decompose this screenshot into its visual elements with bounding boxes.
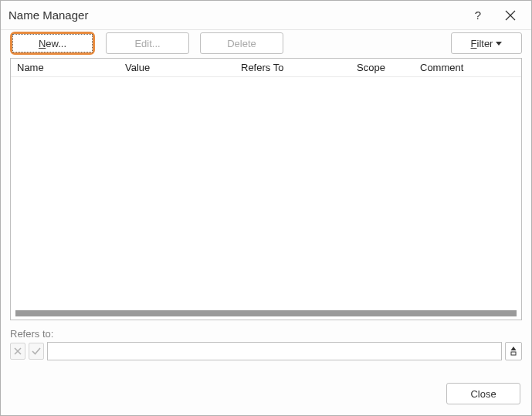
refers-to-row: [10, 342, 522, 360]
close-button-label: Close: [470, 388, 496, 400]
edit-button-label: Edit...: [134, 38, 160, 49]
grid-body[interactable]: [11, 77, 521, 309]
dialog-title: Name Manager: [8, 8, 462, 22]
column-header-scope[interactable]: Scope: [351, 62, 414, 73]
svg-rect-4: [511, 352, 516, 355]
toolbar: New... Edit... Delete Filter: [1, 30, 531, 55]
edit-button: Edit...: [106, 32, 189, 54]
names-grid: Name Value Refers To Scope Comment: [10, 58, 522, 320]
range-picker-button[interactable]: [505, 342, 522, 360]
new-button-highlight: New...: [10, 32, 95, 55]
delete-button-label: Delete: [227, 38, 256, 49]
close-button[interactable]: Close: [446, 383, 520, 404]
svg-marker-5: [511, 347, 517, 350]
close-icon[interactable]: [494, 4, 527, 27]
column-header-comment[interactable]: Comment: [414, 62, 521, 73]
footer: Close: [1, 372, 531, 415]
name-manager-dialog: Name Manager ? New... Edit... Delete Fil…: [0, 0, 532, 416]
collapse-dialog-icon: [509, 346, 518, 357]
refers-to-input: [47, 342, 502, 360]
filter-button[interactable]: Filter: [451, 32, 522, 54]
column-header-value[interactable]: Value: [119, 62, 235, 73]
scrollbar-thumb[interactable]: [15, 310, 517, 316]
filter-button-label: ilter: [477, 38, 493, 49]
horizontal-scrollbar[interactable]: [11, 309, 521, 320]
filter-button-accelerator: F: [471, 38, 477, 49]
new-button-accelerator: N: [39, 38, 46, 49]
chevron-down-icon: [496, 42, 502, 46]
titlebar: Name Manager ?: [1, 1, 531, 30]
commit-edit-button: [29, 343, 44, 360]
new-button[interactable]: New...: [12, 34, 93, 52]
new-button-label: ew...: [46, 38, 66, 49]
cancel-edit-button: [10, 343, 25, 360]
help-button[interactable]: ?: [462, 4, 494, 27]
column-header-refers[interactable]: Refers To: [235, 62, 351, 73]
grid-header: Name Value Refers To Scope Comment: [11, 59, 521, 77]
column-header-name[interactable]: Name: [11, 62, 119, 73]
refers-to-label: Refers to:: [10, 328, 522, 340]
delete-button: Delete: [200, 32, 283, 54]
